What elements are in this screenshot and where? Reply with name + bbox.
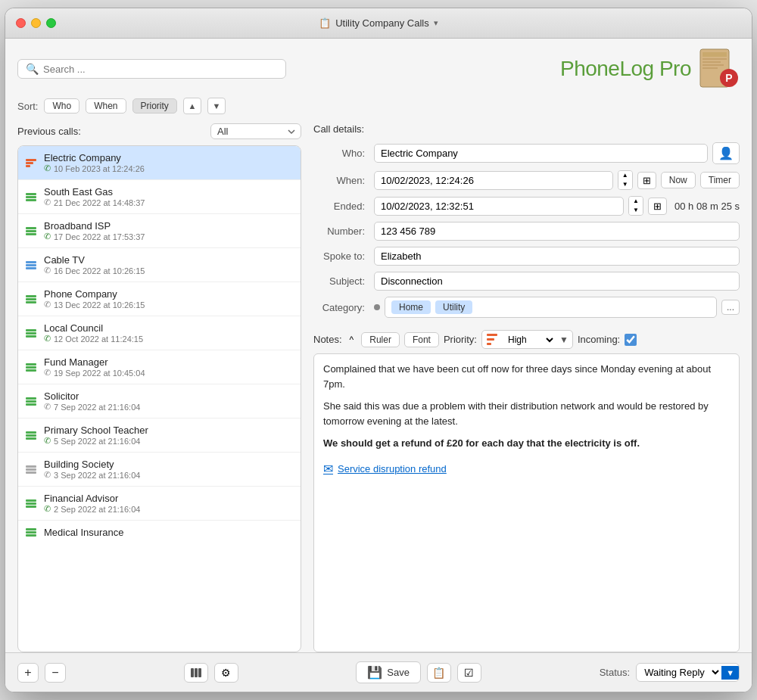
spoke-to-input[interactable] bbox=[374, 247, 740, 266]
category-more-button[interactable]: ... bbox=[721, 300, 740, 315]
outgoing-phone-icon: ✆ bbox=[44, 368, 51, 378]
search-input[interactable] bbox=[43, 64, 278, 75]
when-stepper-up[interactable]: ▲ bbox=[618, 171, 632, 180]
left-header: Previous calls: All Incoming Outgoing bbox=[17, 123, 301, 139]
incoming-checkbox[interactable] bbox=[625, 334, 637, 346]
sort-desc-button[interactable]: ▼ bbox=[207, 98, 226, 114]
note-action-button-1[interactable]: 📋 bbox=[427, 663, 451, 683]
top-bar: 🔍 PhoneLog Pro P bbox=[17, 48, 740, 90]
call-datetime: ✆10 Feb 2023 at 12:24:26 bbox=[44, 163, 293, 173]
when-calendar-button[interactable]: ⊞ bbox=[637, 172, 656, 189]
priority-indicator bbox=[26, 528, 38, 537]
note-action-button-2[interactable]: ☑ bbox=[457, 663, 481, 683]
call-item[interactable]: South East Gas✆21 Dec 2022 at 14:48:37 bbox=[18, 180, 301, 214]
call-name: Local Council bbox=[44, 322, 293, 334]
svg-rect-10 bbox=[198, 668, 201, 677]
sort-label: Sort: bbox=[17, 101, 38, 112]
notes-toggle-button[interactable]: ^ bbox=[350, 334, 354, 345]
status-label: Status: bbox=[600, 667, 630, 678]
columns: Previous calls: All Incoming Outgoing El… bbox=[17, 123, 740, 652]
call-datetime: ✆21 Dec 2022 at 14:48:37 bbox=[44, 198, 293, 207]
when-stepper-down[interactable]: ▼ bbox=[618, 180, 632, 189]
call-name: South East Gas bbox=[44, 186, 293, 198]
sort-when-button[interactable]: When bbox=[86, 98, 126, 114]
timer-button[interactable]: Timer bbox=[700, 172, 740, 188]
ended-stepper-down[interactable]: ▼ bbox=[629, 206, 643, 215]
minimize-button[interactable] bbox=[31, 18, 41, 28]
ruler-button[interactable]: Ruler bbox=[361, 332, 400, 347]
when-input[interactable] bbox=[374, 171, 613, 190]
priority-indicator bbox=[26, 431, 38, 440]
priority-indicator bbox=[26, 261, 38, 269]
when-row: When: ▲ ▼ ⊞ Now Timer bbox=[313, 170, 740, 190]
now-button[interactable]: Now bbox=[661, 172, 696, 188]
call-item[interactable]: Building Society✆3 Sep 2022 at 21:16:04 bbox=[18, 453, 301, 487]
settings-button[interactable]: ⚙ bbox=[214, 663, 238, 683]
call-item[interactable]: Phone Company✆13 Dec 2022 at 10:26:15 bbox=[18, 282, 301, 316]
sort-who-button[interactable]: Who bbox=[44, 98, 79, 114]
svg-rect-2 bbox=[702, 58, 727, 60]
remove-button[interactable]: − bbox=[45, 663, 66, 683]
incoming-phone-icon: ✆ bbox=[44, 504, 51, 514]
save-label: Save bbox=[387, 667, 410, 678]
call-item[interactable]: Local Council✆12 Oct 2022 at 11:24:15 bbox=[18, 316, 301, 350]
call-name: Cable TV bbox=[44, 254, 293, 266]
call-item[interactable]: Electric Company✆10 Feb 2023 at 12:24:26 bbox=[18, 146, 301, 180]
status-dropdown-arrow[interactable]: ▼ bbox=[721, 666, 739, 680]
sort-asc-button[interactable]: ▲ bbox=[183, 98, 201, 114]
close-button[interactable] bbox=[16, 18, 26, 28]
call-item[interactable]: Solicitor✆7 Sep 2022 at 21:16:04 bbox=[18, 384, 301, 418]
sort-bar: Sort: Who When Priority ▲ ▼ bbox=[17, 98, 740, 114]
who-row: Who: 👤 bbox=[313, 142, 740, 164]
call-item[interactable]: Broadband ISP✆17 Dec 2022 at 17:53:37 bbox=[18, 214, 301, 248]
duration-display: 00 h 08 m 25 s bbox=[674, 201, 740, 212]
call-item[interactable]: Cable TV✆16 Dec 2022 at 10:26:15 bbox=[18, 248, 301, 282]
category-row: Category: Home Utility ... bbox=[313, 297, 740, 318]
traffic-lights bbox=[16, 18, 56, 28]
number-input[interactable] bbox=[374, 222, 740, 241]
titlebar: 📋 Utility Company Calls ▾ bbox=[5, 8, 752, 39]
call-info: Financial Advisor✆2 Sep 2022 at 21:16:04 bbox=[44, 493, 293, 514]
maximize-button[interactable] bbox=[46, 18, 56, 28]
right-column: Call details: Who: 👤 When: bbox=[313, 123, 740, 652]
bottom-bar: + − ⚙ 💾 Save 📋 ☑ Status: Waiting Reply R… bbox=[5, 652, 752, 692]
subject-input[interactable] bbox=[374, 272, 740, 291]
title-icon: 📋 bbox=[319, 17, 331, 29]
notes-para-1: Complained that we have been cut off now… bbox=[323, 362, 730, 391]
font-button[interactable]: Font bbox=[404, 332, 439, 347]
call-item[interactable]: Primary School Teacher✆5 Sep 2022 at 21:… bbox=[18, 418, 301, 453]
svg-rect-4 bbox=[702, 64, 724, 66]
call-info: Building Society✆3 Sep 2022 at 21:16:04 bbox=[44, 459, 293, 480]
ended-input[interactable] bbox=[374, 197, 624, 216]
call-info: Medical Insurance bbox=[44, 527, 293, 538]
add-button[interactable]: + bbox=[17, 663, 39, 683]
ended-stepper-up[interactable]: ▲ bbox=[629, 197, 643, 206]
columns-button[interactable] bbox=[184, 663, 208, 683]
incoming-phone-icon: ✆ bbox=[44, 232, 51, 241]
call-datetime: ✆12 Oct 2022 at 11:24:15 bbox=[44, 334, 293, 344]
email-link[interactable]: ✉ Service disruption refund bbox=[323, 460, 730, 478]
who-input[interactable] bbox=[374, 144, 708, 163]
call-name: Phone Company bbox=[44, 288, 293, 300]
title-dropdown-icon[interactable]: ▾ bbox=[434, 18, 438, 28]
status-select[interactable]: Waiting Reply Resolved In Progress Pendi… bbox=[637, 664, 721, 681]
priority-indicator bbox=[26, 227, 38, 235]
notes-area[interactable]: Complained that we have been cut off now… bbox=[313, 353, 740, 652]
email-link-text: Service disruption refund bbox=[338, 462, 447, 477]
call-item[interactable]: Financial Advisor✆2 Sep 2022 at 21:16:04 bbox=[18, 487, 301, 521]
contact-button[interactable]: 👤 bbox=[712, 142, 740, 164]
who-label: Who: bbox=[313, 148, 374, 159]
filter-select[interactable]: All Incoming Outgoing bbox=[210, 123, 301, 139]
ended-calendar-button[interactable]: ⊞ bbox=[648, 198, 667, 215]
call-item[interactable]: Fund Manager✆19 Sep 2022 at 10:45:04 bbox=[18, 350, 301, 384]
svg-rect-9 bbox=[195, 668, 198, 677]
sort-priority-button[interactable]: Priority bbox=[132, 98, 177, 114]
incoming-phone-icon: ✆ bbox=[44, 163, 51, 173]
priority-dropdown-arrow[interactable]: ▼ bbox=[556, 333, 572, 347]
priority-indicator bbox=[26, 193, 38, 201]
notes-header: Notes: ^ Ruler Font Priority: bbox=[313, 330, 740, 349]
ended-stepper: ▲ ▼ bbox=[628, 196, 643, 216]
call-item[interactable]: Medical Insurance bbox=[18, 521, 301, 544]
save-button[interactable]: 💾 Save bbox=[356, 661, 421, 683]
priority-select[interactable]: High Medium Low bbox=[502, 332, 556, 347]
